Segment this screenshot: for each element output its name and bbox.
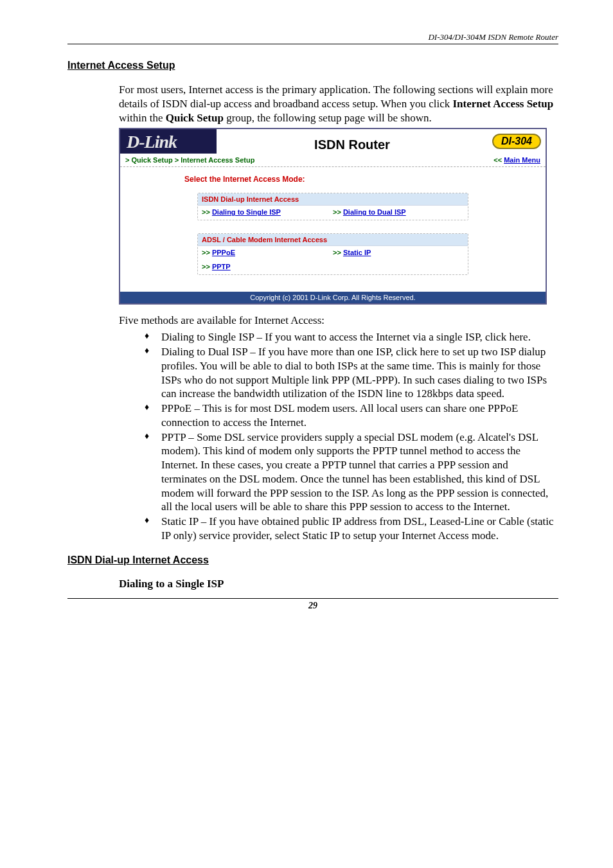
sub-heading-single-isp: Dialing to a Single ISP xyxy=(67,578,558,590)
link-static-ip[interactable]: Static IP xyxy=(343,249,371,256)
dbl-arrow-icon: >> xyxy=(333,208,343,216)
panel-isdn-title: ISDN Dial-up Internet Access xyxy=(198,193,468,206)
intro-bold-2: Quick Setup xyxy=(166,112,224,124)
panel-adsl-title: ADSL / Cable Modem Internet Access xyxy=(198,234,468,246)
bullet-title-static-ip: Static IP – xyxy=(161,515,209,527)
intro-text-post: group, the following setup page will be … xyxy=(224,112,432,124)
list-item: PPTP – Some DSL service providers supply… xyxy=(145,430,556,515)
list-item: Static IP – If you have obtained public … xyxy=(145,515,556,543)
router-top-bar: D-Link ISDN Router DI-304 xyxy=(120,129,546,154)
main-menu-link[interactable]: Main Menu xyxy=(504,156,540,164)
main-menu-link-wrap: << Main Menu xyxy=(493,156,540,164)
list-item: Dialing to Single ISP – If you want to a… xyxy=(145,330,556,344)
mode-heading: Select the Internet Access Mode: xyxy=(184,175,533,184)
methods-intro: Five methods are available for Internet … xyxy=(67,314,558,328)
section-heading-internet-access-setup: Internet Access Setup xyxy=(67,60,558,71)
breadcrumb-bar: > Quick Setup > Internet Access Setup <<… xyxy=(120,154,546,167)
link-dialing-dual-isp[interactable]: Dialing to Dual ISP xyxy=(343,208,406,216)
main-menu-arrows: << xyxy=(493,156,504,164)
bullet-title-pppoe: PPPoE – xyxy=(161,402,202,414)
router-screenshot: D-Link ISDN Router DI-304 > Quick Setup … xyxy=(119,128,547,305)
dbl-arrow-icon: >> xyxy=(202,263,212,270)
link-dialing-single-isp[interactable]: Dialing to Single ISP xyxy=(212,208,281,216)
methods-list: Dialing to Single ISP – If you want to a… xyxy=(67,330,558,542)
list-item: PPPoE – This is for most DSL modem users… xyxy=(145,402,556,430)
bullet-title-single-isp: Dialing to Single ISP – xyxy=(161,331,265,343)
breadcrumb-b: Internet Access Setup xyxy=(181,156,254,164)
router-title: ISDN Router xyxy=(217,129,488,154)
breadcrumb-a: Quick Setup xyxy=(131,156,172,164)
list-item: Dialing to Dual ISP – If you have more t… xyxy=(145,345,556,401)
router-model-area: DI-304 xyxy=(488,129,546,154)
bullet-title-pptp: PPTP – xyxy=(161,431,197,443)
dbl-arrow-icon: >> xyxy=(333,249,343,256)
breadcrumb: > Quick Setup > Internet Access Setup xyxy=(125,156,254,164)
dbl-arrow-icon: >> xyxy=(202,208,212,216)
bullet-desc: Some DSL service providers supply a spec… xyxy=(161,431,548,513)
router-logo-area: D-Link xyxy=(120,129,217,154)
bullet-desc: If you have obtained public IP address f… xyxy=(161,515,554,542)
panel-adsl-cable: ADSL / Cable Modem Internet Access >> PP… xyxy=(197,233,468,275)
intro-paragraph: For most users, Internet access is the p… xyxy=(67,83,558,125)
bullet-title-dual-isp: Dialing to Dual ISP – xyxy=(161,346,258,358)
intro-text-mid: within the xyxy=(119,112,166,124)
breadcrumb-sep: > xyxy=(173,156,181,164)
doc-header: DI-304/DI-304M ISDN Remote Router xyxy=(67,32,558,44)
page-footer: 29 xyxy=(67,598,558,611)
dlink-logo: D-Link xyxy=(127,133,177,151)
router-body: Select the Internet Access Mode: ISDN Di… xyxy=(120,167,546,292)
link-pppoe[interactable]: PPPoE xyxy=(212,249,235,256)
router-footer: Copyright (c) 2001 D-Link Corp. All Righ… xyxy=(120,292,546,303)
panel-isdn-dialup: ISDN Dial-up Internet Access >> Dialing … xyxy=(197,193,468,220)
intro-bold-1: Internet Access Setup xyxy=(452,98,553,110)
bullet-desc: If you want to access the Internet via a… xyxy=(265,331,531,343)
link-pptp[interactable]: PPTP xyxy=(212,263,231,270)
section-heading-isdn-dialup: ISDN Dial-up Internet Access xyxy=(67,554,558,566)
bullet-desc: This is for most DSL modem users. All lo… xyxy=(161,402,518,429)
dbl-arrow-icon: >> xyxy=(202,249,212,256)
model-badge: DI-304 xyxy=(492,134,541,149)
